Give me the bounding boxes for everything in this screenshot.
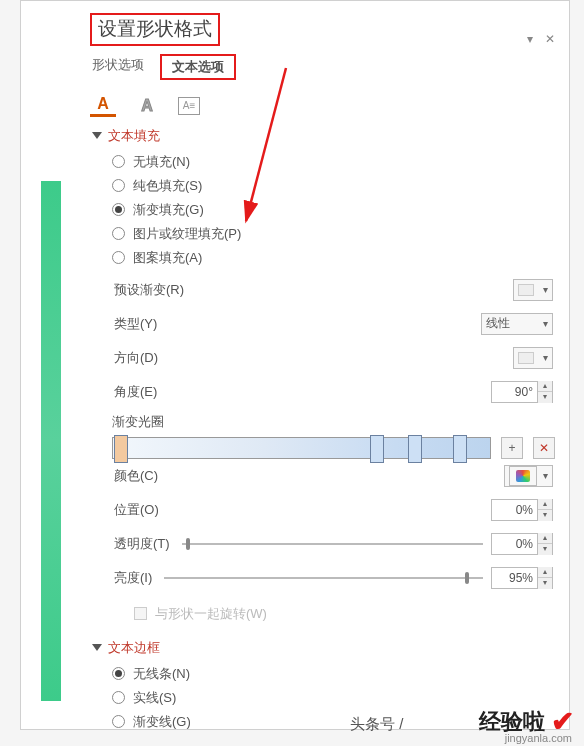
rotate-with-shape-checkbox: 与形状一起旋转(W) bbox=[134, 605, 555, 623]
radio-no-fill[interactable]: 无填充(N) bbox=[112, 153, 555, 171]
outer-frame: 设置形状格式 ▾ ✕ 形状选项 文本选项 A A A≡ 文本填充 无填充(N) bbox=[20, 0, 570, 730]
textbox-icon[interactable]: A≡ bbox=[178, 97, 200, 115]
format-shape-panel: 设置形状格式 ▾ ✕ 形状选项 文本选项 A A A≡ 文本填充 无填充(N) bbox=[76, 3, 567, 727]
gradient-type-dropdown[interactable]: 线性 ▾ bbox=[481, 313, 553, 335]
row-color: 颜色(C) ▾ bbox=[112, 459, 555, 493]
watermark-url: jingyanla.com bbox=[505, 732, 572, 744]
panel-tabs: 形状选项 文本选项 bbox=[90, 54, 555, 81]
radio-solid-line[interactable]: 实线(S) bbox=[112, 689, 555, 707]
byline-text: 头条号 / bbox=[350, 715, 403, 734]
slide-thumbnail-strip bbox=[41, 181, 61, 701]
section-text-fill-label: 文本填充 bbox=[108, 127, 160, 145]
radio-pattern-fill[interactable]: 图案填充(A) bbox=[112, 249, 555, 267]
angle-spinner[interactable]: 90° ▴▾ bbox=[491, 381, 553, 403]
panel-menu-caret[interactable]: ▾ bbox=[527, 32, 533, 46]
radio-no-line[interactable]: 无线条(N) bbox=[112, 665, 555, 683]
direction-dropdown[interactable]: ▾ bbox=[513, 347, 553, 369]
collapse-caret-icon bbox=[92, 644, 102, 651]
row-transparency: 透明度(T) 0% ▴▾ bbox=[112, 527, 555, 561]
add-gradient-stop-button[interactable]: + bbox=[501, 437, 523, 459]
collapse-caret-icon bbox=[92, 132, 102, 139]
position-spinner[interactable]: 0% ▴▾ bbox=[491, 499, 553, 521]
gradient-stop-3[interactable] bbox=[408, 435, 422, 463]
text-fill-outline-icon[interactable]: A bbox=[90, 95, 116, 117]
panel-title: 设置形状格式 bbox=[90, 13, 220, 46]
section-text-fill[interactable]: 文本填充 bbox=[92, 127, 555, 145]
checkbox-icon bbox=[134, 607, 147, 620]
remove-gradient-stop-button[interactable]: ✕ bbox=[533, 437, 555, 459]
gradient-stop-2[interactable] bbox=[370, 435, 384, 463]
row-preset-gradient: 预设渐变(R) ▾ bbox=[112, 273, 555, 307]
row-position: 位置(O) 0% ▴▾ bbox=[112, 493, 555, 527]
section-text-outline[interactable]: 文本边框 bbox=[92, 639, 555, 657]
text-option-category-icons: A A A≡ bbox=[90, 95, 555, 117]
tab-shape-options[interactable]: 形状选项 bbox=[90, 54, 146, 80]
radio-solid-fill[interactable]: 纯色填充(S) bbox=[112, 177, 555, 195]
brightness-slider[interactable] bbox=[164, 569, 483, 587]
gradient-stop-4[interactable] bbox=[453, 435, 467, 463]
color-picker-icon bbox=[509, 466, 537, 486]
fill-radio-group: 无填充(N) 纯色填充(S) 渐变填充(G) 图片或纹理填充(P) 图案填充(A… bbox=[112, 153, 555, 267]
radio-picture-fill[interactable]: 图片或纹理填充(P) bbox=[112, 225, 555, 243]
row-angle: 角度(E) 90° ▴▾ bbox=[112, 375, 555, 409]
row-brightness: 亮度(I) 95% ▴▾ bbox=[112, 561, 555, 595]
row-direction: 方向(D) ▾ bbox=[112, 341, 555, 375]
brightness-spinner[interactable]: 95% ▴▾ bbox=[491, 567, 553, 589]
section-text-outline-label: 文本边框 bbox=[108, 639, 160, 657]
radio-gradient-fill[interactable]: 渐变填充(G) bbox=[112, 201, 555, 219]
gradient-stops-bar[interactable] bbox=[112, 437, 491, 459]
transparency-spinner[interactable]: 0% ▴▾ bbox=[491, 533, 553, 555]
gradient-properties: 预设渐变(R) ▾ 类型(Y) 线性 ▾ 方向(D bbox=[112, 273, 555, 623]
text-effects-icon[interactable]: A bbox=[134, 95, 160, 117]
color-dropdown[interactable]: ▾ bbox=[504, 465, 553, 487]
preset-gradient-dropdown[interactable]: ▾ bbox=[513, 279, 553, 301]
tab-text-options[interactable]: 文本选项 bbox=[160, 54, 236, 80]
row-type: 类型(Y) 线性 ▾ bbox=[112, 307, 555, 341]
transparency-slider[interactable] bbox=[182, 535, 483, 553]
gradient-stops-label: 渐变光圈 bbox=[112, 413, 555, 431]
panel-close-icon[interactable]: ✕ bbox=[545, 32, 555, 46]
gradient-stop-1[interactable] bbox=[114, 435, 128, 463]
